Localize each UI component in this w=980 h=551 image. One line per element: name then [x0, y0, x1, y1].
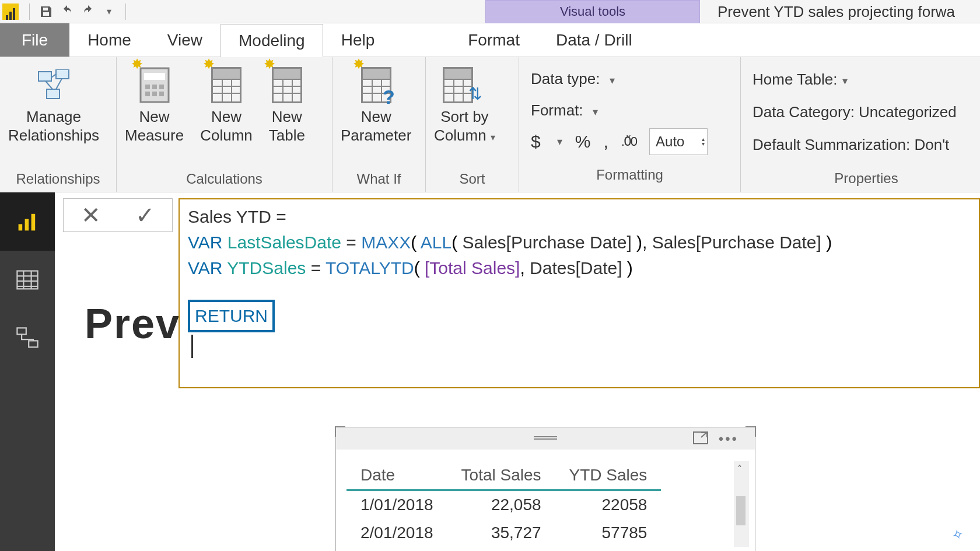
new-column-label: New Column: [200, 107, 253, 145]
svg-rect-16: [29, 341, 37, 347]
format-label: Format:: [531, 101, 583, 120]
svg-rect-7: [159, 85, 164, 89]
new-measure-button[interactable]: New Measure: [117, 61, 192, 145]
col-header-ytd-sales[interactable]: YTD Sales: [555, 461, 662, 490]
svg-rect-11: [19, 224, 23, 230]
tab-data-drill[interactable]: Data / Drill: [538, 23, 650, 57]
group-formatting-label: Formatting: [531, 163, 729, 188]
datatype-label: Data type:: [531, 70, 600, 88]
tab-view[interactable]: View: [149, 23, 220, 57]
view-rail: [0, 192, 55, 551]
format-dropdown[interactable]: [589, 101, 598, 120]
data-view-button[interactable]: [0, 251, 55, 309]
tab-home[interactable]: Home: [69, 23, 149, 57]
group-relationships-label: Relationships: [0, 167, 116, 192]
home-table-label: Home Table:: [752, 71, 838, 89]
decimals-icon: .0̌0: [621, 134, 636, 149]
sort-by-column-button[interactable]: ⇅ Sort by Column ▾: [426, 61, 503, 147]
new-measure-label: New Measure: [125, 107, 184, 145]
undo-button[interactable]: [57, 1, 78, 22]
datatype-dropdown[interactable]: [606, 70, 615, 88]
table-row: 1/01/201822,05822058: [346, 490, 661, 520]
tab-modeling[interactable]: Modeling: [220, 24, 323, 57]
ribbon-tabs: File Home View Modeling Help Format Data…: [0, 23, 980, 57]
data-category-label: Data Category: Uncategorized: [752, 103, 957, 121]
svg-rect-2: [47, 89, 60, 99]
app-logo-icon: [2, 3, 19, 20]
tab-file[interactable]: File: [0, 23, 69, 57]
ribbon: Manage Relationships Relationships New M…: [0, 57, 980, 192]
report-view-button[interactable]: [0, 192, 55, 251]
new-column-button[interactable]: New Column: [192, 61, 261, 145]
contextual-tab-header: Visual tools: [485, 0, 700, 23]
svg-rect-6: [152, 85, 157, 89]
currency-dropdown[interactable]: [554, 135, 562, 148]
currency-button[interactable]: $: [531, 132, 541, 152]
svg-rect-15: [17, 328, 26, 334]
decimal-places-input[interactable]: Auto ▴▾: [649, 128, 708, 155]
tab-help[interactable]: Help: [323, 23, 393, 57]
group-properties-label: Properties: [752, 167, 980, 191]
col-header-date[interactable]: Date: [346, 461, 447, 490]
svg-rect-5: [145, 85, 150, 89]
background-heading: Prev: [85, 300, 180, 348]
formula-bar-controls: ✕ ✓: [63, 198, 173, 232]
new-parameter-label: New Parameter: [341, 107, 411, 145]
new-table-button[interactable]: New Table: [261, 61, 313, 145]
data-table: Date Total Sales YTD Sales 1/01/201822,0…: [346, 461, 661, 547]
percent-button[interactable]: %: [575, 132, 591, 152]
visual-header: •••: [336, 427, 755, 450]
svg-rect-8: [145, 92, 150, 96]
qat-divider-2: [125, 3, 126, 20]
new-parameter-button[interactable]: ? New Parameter: [332, 61, 419, 145]
focus-mode-icon[interactable]: [693, 431, 708, 447]
svg-rect-10: [159, 92, 164, 96]
col-header-total-sales[interactable]: Total Sales: [447, 461, 555, 490]
formula-commit-button[interactable]: ✓: [118, 202, 172, 229]
tab-format[interactable]: Format: [450, 23, 538, 57]
group-calculations-label: Calculations: [117, 167, 332, 192]
new-table-label: New Table: [269, 107, 305, 145]
group-whatif-label: What If: [332, 167, 425, 192]
document-title: Prevent YTD sales projecting forwa: [718, 0, 955, 23]
watermark-icon: ✧: [950, 525, 966, 545]
sort-by-column-label: Sort by Column ▾: [434, 107, 495, 147]
drag-grip-icon[interactable]: [534, 436, 557, 441]
svg-rect-12: [25, 219, 29, 231]
redo-button[interactable]: [78, 1, 99, 22]
svg-rect-9: [152, 92, 157, 96]
table-row: 2/01/201835,72757785: [346, 519, 661, 547]
text-cursor: [191, 335, 193, 358]
thousands-button[interactable]: ,: [603, 132, 608, 152]
scrollbar[interactable]: ˄: [734, 461, 749, 547]
save-button[interactable]: [36, 1, 57, 22]
default-summarization-label: Default Summarization: Don't: [752, 136, 949, 154]
return-autocomplete-token[interactable]: RETURN: [188, 300, 275, 332]
more-options-icon[interactable]: •••: [719, 431, 738, 447]
table-visual[interactable]: ••• Date Total Sales YTD Sales 1/01/2018…: [335, 427, 755, 551]
formula-editor[interactable]: Sales YTD = VAR LastSalesDate = MAXX( AL…: [178, 198, 980, 388]
svg-rect-1: [56, 69, 69, 79]
formula-cancel-button[interactable]: ✕: [64, 202, 118, 229]
svg-rect-13: [32, 214, 36, 231]
svg-rect-0: [38, 72, 51, 81]
qat-divider: [29, 3, 30, 20]
scroll-up-icon[interactable]: ˄: [737, 464, 742, 475]
manage-relationships-label: Manage Relationships: [8, 107, 99, 145]
manage-relationships-button[interactable]: Manage Relationships: [0, 61, 107, 145]
home-table-dropdown[interactable]: [838, 71, 848, 89]
group-sort-label: Sort: [426, 167, 519, 192]
model-view-button[interactable]: [0, 309, 55, 367]
svg-rect-4: [144, 73, 165, 80]
scroll-thumb[interactable]: [736, 496, 746, 525]
qat-customize-dropdown[interactable]: ▾: [99, 1, 120, 22]
